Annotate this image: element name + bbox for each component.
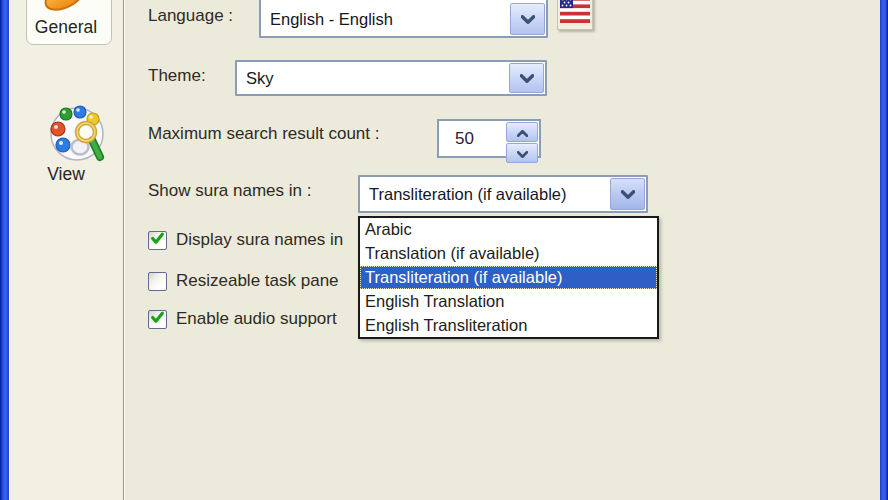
max-search-count-spinner[interactable]: 50	[437, 119, 541, 158]
sidebar-item-view[interactable]: View	[9, 50, 123, 140]
dropdown-option-arabic[interactable]: Arabic	[360, 218, 657, 242]
sidebar-item-general-label: General	[9, 17, 123, 38]
sura-names-dropdown-list: Arabic Translation (if available) Transl…	[358, 216, 659, 339]
checkbox-unchecked[interactable]	[148, 272, 167, 291]
dropdown-option-transliteration-selected[interactable]: Transliteration (if available)	[360, 266, 657, 290]
dropdown-option-translation[interactable]: Translation (if available)	[360, 242, 657, 266]
max-search-count-label: Maximum search result count :	[148, 124, 379, 144]
display-sura-names-checkbox[interactable]: Display sura names in	[148, 230, 343, 250]
sura-names-combobox[interactable]: Transliteration (if available)	[358, 175, 648, 213]
language-combobox-value: English - English	[270, 1, 393, 29]
checkbox-checked[interactable]	[148, 310, 167, 329]
language-combobox[interactable]: English - English	[259, 0, 548, 38]
category-sidebar: General	[9, 0, 124, 500]
dropdown-option-english-transliteration[interactable]: English Transliteration	[360, 313, 657, 337]
chevron-up-icon	[517, 123, 528, 141]
window-border-left	[0, 0, 9, 500]
window-border-right	[880, 0, 888, 500]
language-dropdown-button[interactable]	[510, 3, 545, 35]
theme-combobox-value: Sky	[246, 69, 274, 88]
max-search-count-value: 50	[455, 129, 474, 149]
sura-names-label: Show sura names in :	[148, 181, 311, 201]
sidebar-item-general[interactable]: General	[9, 0, 123, 46]
theme-dropdown-button[interactable]	[509, 63, 544, 93]
palette-icon	[49, 104, 105, 162]
dropdown-option-english-translation[interactable]: English Translation	[360, 289, 657, 313]
chevron-down-icon	[621, 185, 635, 203]
chevron-down-icon	[520, 69, 534, 87]
enable-audio-support-checkbox-label: Enable audio support	[176, 309, 337, 329]
sura-names-combobox-value: Transliteration (if available)	[369, 185, 566, 204]
us-flag-icon	[557, 0, 593, 30]
spinner-down-button[interactable]	[506, 143, 538, 163]
general-icon	[37, 0, 93, 16]
theme-combobox[interactable]: Sky	[235, 60, 547, 96]
chevron-down-icon	[517, 144, 528, 162]
check-icon	[150, 231, 165, 250]
sidebar-item-view-label: View	[9, 164, 123, 185]
enable-audio-support-checkbox[interactable]: Enable audio support	[148, 309, 337, 329]
chevron-down-icon	[521, 10, 535, 28]
sura-names-dropdown-button[interactable]	[610, 178, 645, 210]
resizeable-task-pane-checkbox[interactable]: Resizeable task pane	[148, 271, 339, 291]
theme-label: Theme:	[148, 66, 206, 86]
preferences-dialog: General	[0, 0, 888, 500]
check-icon	[150, 310, 165, 329]
resizeable-task-pane-checkbox-label: Resizeable task pane	[176, 271, 339, 291]
spinner-up-button[interactable]	[506, 122, 538, 142]
display-sura-names-checkbox-label: Display sura names in	[176, 230, 343, 250]
checkbox-checked[interactable]	[148, 231, 167, 250]
language-label: Language :	[148, 6, 233, 26]
